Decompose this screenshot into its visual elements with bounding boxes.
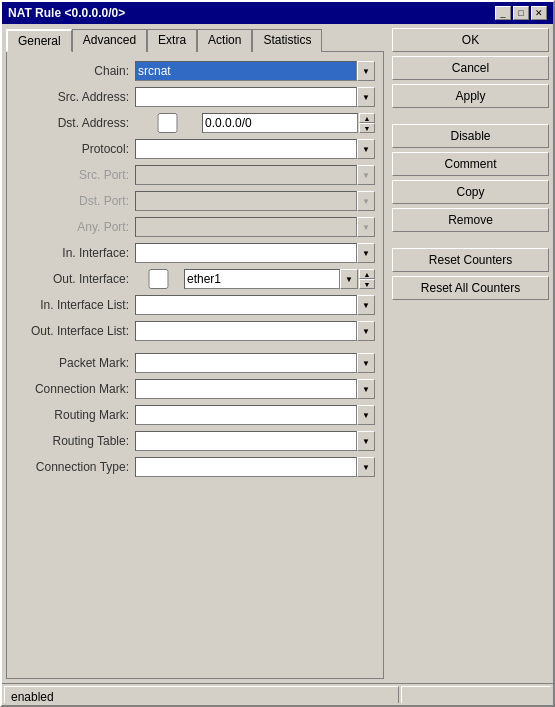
main-panel: General Advanced Extra Action Statistics — [2, 24, 388, 683]
tab-extra[interactable]: Extra — [147, 29, 197, 52]
in-interface-input-group: ▼ — [135, 243, 375, 263]
any-port-input[interactable] — [135, 217, 357, 237]
src-address-label: Src. Address: — [15, 90, 135, 104]
chain-dropdown-btn[interactable]: ▼ — [357, 61, 375, 81]
form-container: Chain: ▼ Src. Address: ▼ Dst. — [6, 51, 384, 679]
right-panel: OK Cancel Apply Disable Comment Copy Rem… — [388, 24, 553, 683]
src-address-input[interactable] — [135, 87, 357, 107]
dst-address-input[interactable] — [202, 113, 358, 133]
in-interface-list-dropdown-btn[interactable]: ▼ — [357, 295, 375, 315]
connection-mark-input[interactable] — [135, 379, 357, 399]
cancel-button[interactable]: Cancel — [392, 56, 549, 80]
window-title: NAT Rule <0.0.0.0/0> — [8, 6, 125, 20]
status-right — [401, 686, 551, 703]
packet-mark-dropdown-btn[interactable]: ▼ — [357, 353, 375, 373]
dst-address-up-btn[interactable]: ▲ — [359, 113, 375, 123]
routing-mark-row: Routing Mark: ▼ — [15, 404, 375, 426]
reset-all-counters-button[interactable]: Reset All Counters — [392, 276, 549, 300]
dst-address-down-btn[interactable]: ▼ — [359, 123, 375, 133]
routing-mark-dropdown-btn[interactable]: ▼ — [357, 405, 375, 425]
connection-mark-dropdown-btn[interactable]: ▼ — [357, 379, 375, 399]
protocol-label: Protocol: — [15, 142, 135, 156]
out-interface-list-input[interactable] — [135, 321, 357, 341]
src-port-input[interactable] — [135, 165, 357, 185]
out-interface-down-btn[interactable]: ▼ — [359, 279, 375, 289]
routing-mark-input-group: ▼ — [135, 405, 375, 425]
in-interface-label: In. Interface: — [15, 246, 135, 260]
out-interface-label: Out. Interface: — [15, 272, 135, 286]
out-interface-list-row: Out. Interface List: ▼ — [15, 320, 375, 342]
disable-button[interactable]: Disable — [392, 124, 549, 148]
connection-mark-row: Connection Mark: ▼ — [15, 378, 375, 400]
routing-mark-input[interactable] — [135, 405, 357, 425]
copy-button[interactable]: Copy — [392, 180, 549, 204]
dst-port-label: Dst. Port: — [15, 194, 135, 208]
tab-advanced[interactable]: Advanced — [72, 29, 147, 52]
chain-input[interactable] — [135, 61, 357, 81]
packet-mark-label: Packet Mark: — [15, 356, 135, 370]
tab-general[interactable]: General — [6, 29, 72, 52]
dst-address-row: Dst. Address: ▲ ▼ — [15, 112, 375, 134]
dst-address-checkbox[interactable] — [135, 113, 200, 133]
src-address-row: Src. Address: ▼ — [15, 86, 375, 108]
routing-mark-label: Routing Mark: — [15, 408, 135, 422]
protocol-row: Protocol: ▼ — [15, 138, 375, 160]
maximize-button[interactable]: □ — [513, 6, 529, 20]
in-interface-input[interactable] — [135, 243, 357, 263]
connection-type-row: Connection Type: ▼ — [15, 456, 375, 478]
src-port-row: Src. Port: ▼ — [15, 164, 375, 186]
ok-button[interactable]: OK — [392, 28, 549, 52]
connection-type-label: Connection Type: — [15, 460, 135, 474]
tab-statistics[interactable]: Statistics — [252, 29, 322, 52]
apply-button[interactable]: Apply — [392, 84, 549, 108]
title-bar-controls: _ □ ✕ — [495, 6, 547, 20]
out-interface-input[interactable] — [184, 269, 340, 289]
src-address-dropdown-btn[interactable]: ▼ — [357, 87, 375, 107]
packet-mark-row: Packet Mark: ▼ — [15, 352, 375, 374]
chain-label: Chain: — [15, 64, 135, 78]
src-port-input-group: ▼ — [135, 165, 375, 185]
any-port-dropdown-btn[interactable]: ▼ — [357, 217, 375, 237]
out-interface-updown: ▲ ▼ — [359, 269, 375, 289]
connection-type-input[interactable] — [135, 457, 357, 477]
protocol-input[interactable] — [135, 139, 357, 159]
routing-table-label: Routing Table: — [15, 434, 135, 448]
in-interface-list-input-group: ▼ — [135, 295, 375, 315]
connection-mark-label: Connection Mark: — [15, 382, 135, 396]
out-interface-dropdown-btn[interactable]: ▼ — [340, 269, 358, 289]
close-button[interactable]: ✕ — [531, 6, 547, 20]
src-port-dropdown-btn[interactable]: ▼ — [357, 165, 375, 185]
any-port-label: Any. Port: — [15, 220, 135, 234]
connection-type-dropdown-btn[interactable]: ▼ — [357, 457, 375, 477]
out-interface-up-btn[interactable]: ▲ — [359, 269, 375, 279]
in-interface-row: In. Interface: ▼ — [15, 242, 375, 264]
comment-button[interactable]: Comment — [392, 152, 549, 176]
out-interface-row: Out. Interface: ▼ ▲ ▼ — [15, 268, 375, 290]
routing-table-dropdown-btn[interactable]: ▼ — [357, 431, 375, 451]
packet-mark-input[interactable] — [135, 353, 357, 373]
out-interface-input-group: ▼ ▲ ▼ — [135, 269, 375, 289]
dst-port-row: Dst. Port: ▼ — [15, 190, 375, 212]
any-port-row: Any. Port: ▼ — [15, 216, 375, 238]
connection-type-input-group: ▼ — [135, 457, 375, 477]
dst-port-input-group: ▼ — [135, 191, 375, 211]
tab-action[interactable]: Action — [197, 29, 252, 52]
protocol-dropdown-btn[interactable]: ▼ — [357, 139, 375, 159]
out-interface-list-dropdown-btn[interactable]: ▼ — [357, 321, 375, 341]
in-interface-dropdown-btn[interactable]: ▼ — [357, 243, 375, 263]
out-interface-list-input-group: ▼ — [135, 321, 375, 341]
content-area: General Advanced Extra Action Statistics — [2, 24, 553, 683]
src-port-label: Src. Port: — [15, 168, 135, 182]
in-interface-list-input[interactable] — [135, 295, 357, 315]
src-address-input-group: ▼ — [135, 87, 375, 107]
main-window: NAT Rule <0.0.0.0/0> _ □ ✕ General Advan… — [0, 0, 555, 707]
dst-port-dropdown-btn[interactable]: ▼ — [357, 191, 375, 211]
out-interface-checkbox[interactable] — [135, 269, 182, 289]
minimize-button[interactable]: _ — [495, 6, 511, 20]
packet-mark-input-group: ▼ — [135, 353, 375, 373]
reset-counters-button[interactable]: Reset Counters — [392, 248, 549, 272]
remove-button[interactable]: Remove — [392, 208, 549, 232]
routing-table-input-group: ▼ — [135, 431, 375, 451]
routing-table-input[interactable] — [135, 431, 357, 451]
dst-port-input[interactable] — [135, 191, 357, 211]
